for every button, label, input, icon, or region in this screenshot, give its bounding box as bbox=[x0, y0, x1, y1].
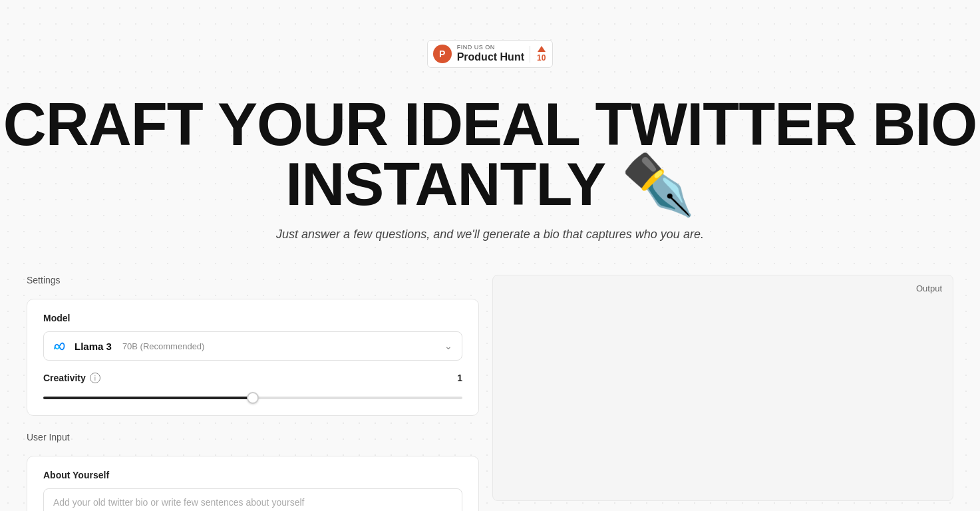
subtitle-text: Just answer a few questions, and we'll g… bbox=[276, 228, 704, 242]
creativity-value: 1 bbox=[457, 373, 462, 383]
left-column: Settings Model bbox=[27, 275, 479, 511]
main-headline: CRAFT YOUR IDEAL TWITTER BIO INSTANTLY ✒… bbox=[3, 94, 977, 214]
output-label: Output bbox=[916, 283, 942, 293]
ph-upvote-arrow-icon bbox=[538, 46, 546, 52]
ph-text-wrapper: FIND US ON Product Hunt bbox=[457, 45, 524, 63]
product-hunt-badge[interactable]: P FIND US ON Product Hunt 10 bbox=[427, 40, 554, 68]
creativity-label: Creativity bbox=[43, 373, 86, 383]
headline-line2: INSTANTLY ✒️ bbox=[285, 151, 694, 218]
model-select-left: Llama 3 70B (Recommended) bbox=[53, 339, 204, 353]
about-yourself-textarea[interactable] bbox=[43, 488, 462, 511]
model-size-text: 70B (Recommended) bbox=[122, 341, 205, 351]
user-input-section-label: User Input bbox=[27, 432, 479, 442]
meta-icon bbox=[53, 339, 68, 353]
creativity-slider[interactable] bbox=[43, 397, 462, 399]
main-columns: Settings Model bbox=[0, 275, 980, 511]
ph-upvote-section: 10 bbox=[530, 46, 546, 63]
creativity-row: Creativity i 1 bbox=[43, 373, 462, 383]
chevron-down-icon: ⌄ bbox=[444, 341, 452, 351]
model-field-label: Model bbox=[43, 313, 462, 323]
model-select-container: Llama 3 70B (Recommended) ⌄ bbox=[43, 331, 462, 361]
creativity-info-icon[interactable]: i bbox=[90, 373, 100, 383]
user-input-card: About Yourself bbox=[27, 456, 479, 511]
model-dropdown[interactable]: Llama 3 70B (Recommended) ⌄ bbox=[43, 331, 462, 361]
ph-upvote-count: 10 bbox=[537, 53, 546, 63]
main-content: P FIND US ON Product Hunt 10 CRAFT YOUR … bbox=[0, 0, 980, 511]
output-panel: Output bbox=[492, 275, 953, 501]
creativity-label-group: Creativity i bbox=[43, 373, 100, 383]
settings-card: Model Llama 3 70B (R bbox=[27, 299, 479, 416]
ph-find-us-label: FIND US ON bbox=[457, 45, 524, 51]
headline-line1: CRAFT YOUR IDEAL TWITTER BIO bbox=[3, 91, 977, 158]
page-wrapper: P FIND US ON Product Hunt 10 CRAFT YOUR … bbox=[0, 0, 980, 511]
ph-logo-icon: P bbox=[433, 45, 452, 63]
model-name-text: Llama 3 bbox=[75, 341, 112, 352]
about-yourself-label: About Yourself bbox=[43, 470, 462, 480]
settings-section-label: Settings bbox=[27, 275, 479, 285]
ph-name-label: Product Hunt bbox=[457, 51, 524, 63]
